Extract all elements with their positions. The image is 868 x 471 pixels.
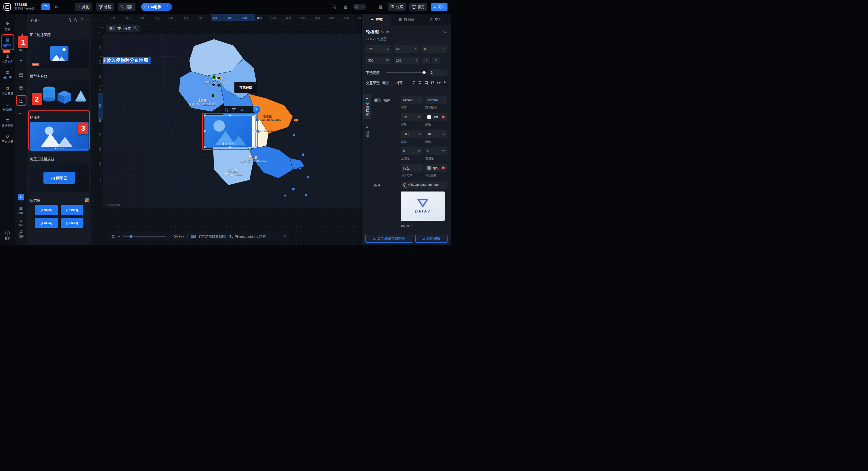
component-card-model-viewer[interactable]: 模型查看器	[30, 73, 89, 109]
beautify-button[interactable]: 美化	[75, 3, 92, 11]
layout-columns-icon[interactable]: ▥	[342, 3, 349, 10]
align-right-icon[interactable]	[424, 81, 428, 85]
category-filter-dropdown[interactable]: 全部	[30, 18, 40, 23]
dashboard-icon[interactable]: ▦	[377, 3, 384, 10]
resize-handle[interactable]	[254, 130, 256, 132]
category-3d-icon[interactable]	[18, 85, 24, 91]
align-bottom-icon[interactable]	[443, 81, 447, 85]
theme-toggle[interactable]: ☾ ☼	[353, 4, 366, 10]
image-preview[interactable]: DATAV	[401, 191, 445, 221]
rail-item-blocks[interactable]: ▦ 区块	[19, 206, 24, 215]
filter-button[interactable]: 滤镜	[96, 3, 114, 11]
ai-assistant-button[interactable]: AI助手	[141, 3, 172, 11]
component-card-logowall[interactable]: 标志墙 [LOGO] [LOGO] [LOGO] [LOGO]	[30, 198, 89, 228]
help-circle-icon[interactable]: ?	[133, 26, 137, 30]
sidebar-item[interactable]: ▤ 设计库	[0, 68, 15, 81]
sidebar-item[interactable]: ❖ 图层	[0, 20, 15, 33]
align-center-h-icon[interactable]	[418, 81, 422, 85]
sidebar-item[interactable]: ▦ 组件库	[0, 36, 15, 49]
resize-handle[interactable]	[204, 146, 206, 148]
flip-horizontal-button[interactable]: ⇄	[422, 57, 430, 64]
align-middle-icon[interactable]	[437, 81, 441, 85]
card-preview[interactable]	[30, 122, 89, 151]
sidebar-item[interactable]: ▽ 过滤器	[0, 100, 15, 113]
pct-width-input[interactable]: 100%	[401, 130, 423, 138]
text-align-select[interactable]: 向左	[401, 164, 423, 172]
app-logo-icon[interactable]	[3, 3, 11, 11]
flip-vertical-button[interactable]: ⇅	[432, 57, 440, 64]
zoom-out-button[interactable]: −	[118, 234, 120, 239]
rail-item-mine[interactable]: 我的	[19, 230, 24, 239]
fit-screen-icon[interactable]	[112, 235, 115, 238]
resize-handle[interactable]	[254, 115, 256, 117]
zoom-in-button[interactable]: +	[169, 234, 171, 239]
font-select[interactable]: Micros	[401, 96, 423, 104]
sidebar-item-help[interactable]: ? 帮助	[5, 231, 10, 241]
publish-button[interactable]: 发布	[431, 3, 447, 11]
image-url-input[interactable]: //datav.oss-cn-han	[401, 181, 447, 189]
opacity-slider-thumb[interactable]	[423, 71, 426, 74]
map-marker[interactable]	[217, 84, 221, 87]
map-marker[interactable]	[211, 94, 215, 97]
map-marker[interactable]	[212, 83, 215, 87]
category-more-icon[interactable]: ···	[18, 111, 24, 117]
more-options-icon[interactable]	[165, 5, 169, 9]
carousel-pagination-dots[interactable]	[223, 143, 234, 145]
y-input[interactable]: 450Y	[394, 45, 419, 53]
code-tool-icon[interactable]	[240, 108, 244, 112]
zoom-tool-icon[interactable]	[225, 108, 228, 112]
preview-button[interactable]: 预览	[409, 3, 427, 11]
sidebar-item[interactable]: ⧉ 全局变量	[0, 84, 15, 97]
category-table-icon[interactable]	[18, 72, 24, 78]
rotation-input[interactable]: 0°	[422, 45, 447, 53]
ai-components-badge[interactable]: AI	[18, 194, 24, 200]
layers-tool-button[interactable]	[52, 3, 60, 10]
default-image-link[interactable]: 默认图片	[401, 224, 413, 227]
ai-search-icon[interactable]	[68, 19, 71, 22]
rail-item-city[interactable]: ⌂ 城市	[19, 218, 24, 227]
bg-color-picker[interactable]: rgb(	[425, 164, 447, 172]
opacity-input[interactable]: 1	[429, 69, 447, 76]
search-button[interactable]: 搜索	[118, 3, 135, 11]
search-icon[interactable]	[74, 19, 78, 22]
margin-top-input[interactable]: 0px	[401, 147, 423, 155]
tab-interaction[interactable]: ◎ 交互	[421, 14, 451, 25]
resize-handle[interactable]	[204, 130, 206, 132]
resize-handle[interactable]	[229, 146, 231, 148]
resize-handle[interactable]	[229, 115, 231, 117]
map-marker[interactable]	[217, 76, 221, 80]
align-left-icon[interactable]	[411, 81, 415, 85]
category-chart-icon[interactable]	[18, 33, 24, 39]
settings-tool-icon[interactable]	[232, 108, 236, 112]
component-card-aliplayer[interactable]: 阿里云流播放器 (-) 阿里云	[30, 156, 89, 192]
card-preview[interactable]: (-) 阿里云	[30, 163, 89, 192]
description-toggle[interactable]	[374, 98, 381, 102]
snapshot-button[interactable]: 快照	[388, 3, 406, 11]
selected-carousel-component[interactable]	[205, 116, 255, 147]
map-marker[interactable]	[212, 75, 216, 79]
zoom-slider[interactable]	[123, 236, 166, 237]
card-preview[interactable]: NEW	[30, 39, 89, 68]
copy-doc-icon[interactable]: ⧉	[386, 30, 389, 34]
card-preview[interactable]	[30, 81, 89, 109]
subtab-basic-style[interactable]: ✦ 基础样式	[363, 94, 371, 119]
component-card-gallery[interactable]: 图片轮播画廊 NEW	[30, 32, 89, 68]
subtab-animation[interactable]: ◈ 动画	[363, 123, 371, 140]
weight-select[interactable]: Normal	[425, 96, 447, 104]
pct-height-input[interactable]: 10%	[425, 130, 447, 138]
category-text-icon[interactable]: T	[18, 59, 24, 65]
dismiss-hint-icon[interactable]	[284, 234, 286, 239]
opacity-slider[interactable]	[386, 72, 426, 73]
copy-config-button[interactable]: 复制配置到剪贴板	[365, 234, 413, 243]
x-input[interactable]: 796X	[366, 45, 391, 53]
margin-left-input[interactable]: 0px	[425, 147, 447, 155]
tooltip-close-icon[interactable]: ×	[254, 82, 256, 85]
color-picker[interactable]: #fff	[425, 113, 447, 121]
keyboard-shortcuts-icon[interactable]	[190, 234, 196, 239]
rename-icon[interactable]: ✎	[381, 30, 384, 34]
width-input[interactable]: 300W	[366, 57, 391, 64]
sidebar-item[interactable]: ↺ 历史记录	[0, 132, 15, 146]
zoom-percent-dropdown[interactable]: 54 %	[174, 234, 184, 239]
component-card-carousel[interactable]: 轮播图	[30, 115, 89, 151]
tab-style[interactable]: ✦ 样式	[362, 14, 392, 25]
